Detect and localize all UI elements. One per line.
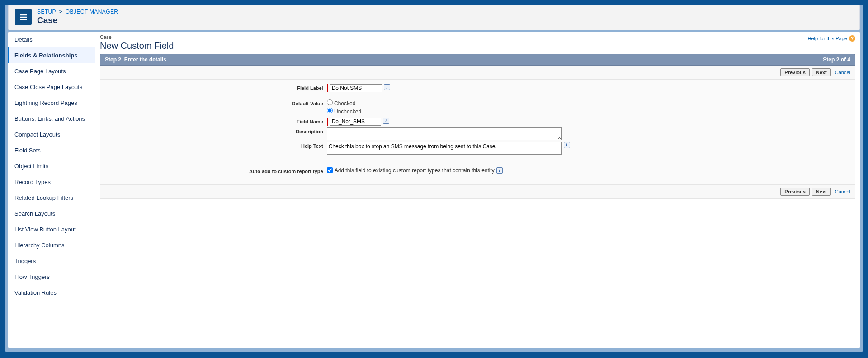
help-for-page-link[interactable]: Help for this Page ? [808, 35, 855, 42]
breadcrumb-sep: > [59, 9, 62, 15]
sidebar-item-buttons-links-actions[interactable]: Buttons, Links, and Actions [8, 111, 95, 127]
description-label: Description [100, 127, 327, 134]
sidebar-item-related-lookup-filters[interactable]: Related Lookup Filters [8, 190, 95, 206]
sidebar-item-details[interactable]: Details [8, 32, 95, 47]
sidebar-item-validation-rules[interactable]: Validation Rules [8, 285, 95, 301]
button-row-bottom: Previous Next Cancel [100, 184, 855, 199]
breadcrumb-object-manager[interactable]: Object Manager [66, 9, 118, 15]
info-icon[interactable]: i [564, 142, 570, 148]
default-value-unchecked-label: Unchecked [334, 108, 361, 115]
sidebar-item-hierarchy-columns[interactable]: Hierarchy Columns [8, 237, 95, 253]
info-icon[interactable]: i [496, 167, 503, 174]
next-button-bottom[interactable]: Next [812, 188, 831, 196]
cancel-link-top[interactable]: Cancel [835, 70, 850, 75]
help-text-label: Help Text [100, 142, 327, 149]
breadcrumb-setup[interactable]: Setup [37, 9, 56, 15]
default-value-checked-label: Checked [334, 100, 355, 107]
field-name-label: Field Name [100, 118, 327, 124]
next-button-top[interactable]: Next [812, 68, 831, 76]
sidebar-item-case-close-page-layouts[interactable]: Case Close Page Layouts [8, 79, 95, 95]
default-value-checked-radio[interactable] [327, 99, 333, 105]
sidebar-item-case-page-layouts[interactable]: Case Page Layouts [8, 63, 95, 79]
default-value-label: Default Value [100, 99, 327, 106]
step-bar-left: Step 2. Enter the details [105, 57, 166, 63]
help-for-page-label: Help for this Page [808, 36, 847, 41]
button-row-top: Previous Next Cancel [100, 66, 855, 80]
default-value-unchecked-radio[interactable] [327, 108, 333, 113]
description-textarea[interactable] [327, 127, 562, 140]
required-indicator [327, 84, 328, 92]
sidebar-item-object-limits[interactable]: Object Limits [8, 158, 95, 174]
field-name-input[interactable] [330, 118, 381, 126]
auto-add-checkbox-label: Add this field to existing custom report… [335, 167, 495, 174]
header-card: Setup > Object Manager Case [8, 5, 860, 30]
sidebar-item-field-sets[interactable]: Field Sets [8, 142, 95, 158]
help-icon: ? [849, 35, 855, 42]
step-bar-right: Step 2 of 4 [823, 57, 850, 63]
sidebar-item-fields-relationships[interactable]: Fields & Relationships [8, 47, 95, 63]
sidebar-item-lightning-record-pages[interactable]: Lightning Record Pages [8, 95, 95, 111]
auto-add-label: Auto add to custom report type [100, 167, 327, 174]
object-icon [15, 9, 32, 25]
step-bar: Step 2. Enter the details Step 2 of 4 [100, 54, 855, 66]
form-panel: Field Label i Default Value Checked [100, 80, 855, 184]
field-label-input[interactable] [330, 84, 382, 92]
header-title: Case [37, 15, 118, 25]
page-title: New Custom Field [100, 41, 174, 51]
default-value-checked-row[interactable]: Checked [327, 99, 361, 108]
content-crumb: Case [100, 34, 174, 40]
sidebar-item-flow-triggers[interactable]: Flow Triggers [8, 269, 95, 285]
info-icon[interactable]: i [383, 118, 389, 124]
cancel-link-bottom[interactable]: Cancel [835, 189, 850, 194]
required-indicator [327, 118, 328, 126]
field-label-label: Field Label [100, 84, 327, 91]
help-text-textarea[interactable] [327, 142, 562, 155]
sidebar-item-triggers[interactable]: Triggers [8, 253, 95, 269]
auto-add-checkbox[interactable] [327, 167, 333, 173]
previous-button-bottom[interactable]: Previous [780, 188, 809, 196]
sidebar-item-list-view-button-layout[interactable]: List View Button Layout [8, 221, 95, 237]
sidebar: Details Fields & Relationships Case Page… [8, 32, 95, 348]
previous-button-top[interactable]: Previous [780, 68, 809, 76]
sidebar-item-compact-layouts[interactable]: Compact Layouts [8, 127, 95, 142]
info-icon[interactable]: i [384, 84, 390, 90]
default-value-unchecked-row[interactable]: Unchecked [327, 108, 361, 116]
sidebar-item-record-types[interactable]: Record Types [8, 174, 95, 190]
sidebar-item-search-layouts[interactable]: Search Layouts [8, 206, 95, 221]
breadcrumb: Setup > Object Manager [37, 9, 118, 15]
